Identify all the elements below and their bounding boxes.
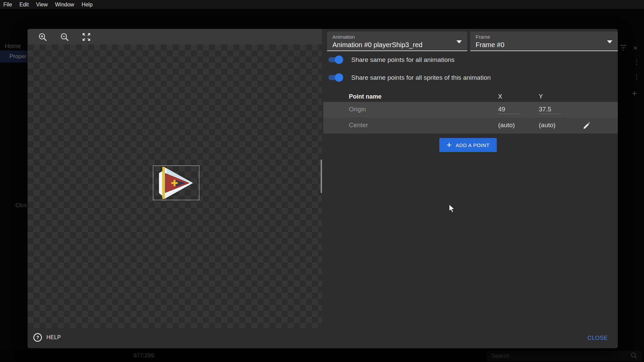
share-points-sprites-toggle[interactable] — [328, 75, 342, 80]
frame-select-value: Frame #0 — [476, 41, 613, 49]
point-x-value: (auto) — [498, 121, 515, 129]
column-x: X — [498, 93, 502, 100]
share-points-sprites-row: Share same points for all sprites of thi… — [327, 73, 491, 82]
close-button[interactable]: CLOSE — [588, 335, 608, 341]
table-row-origin[interactable]: Origin 49 37.5 — [323, 102, 618, 118]
dialog-footer: ? HELP CLOSE — [28, 328, 618, 348]
player-ship-sprite — [153, 166, 199, 200]
share-points-animations-row: Share same points for all animations — [327, 55, 454, 64]
point-y-input[interactable]: 37.5 — [539, 106, 561, 114]
menu-help[interactable]: Help — [82, 2, 93, 8]
menu-window[interactable]: Window — [55, 2, 74, 8]
menu-file[interactable]: File — [3, 2, 12, 8]
toggle-label: Share same points for all animations — [351, 56, 454, 64]
add-a-point-button[interactable]: + ADD A POINT — [439, 138, 497, 152]
point-y-value: (auto) — [539, 121, 556, 129]
points-table-header: Point name X Y — [28, 93, 618, 102]
menu-edit[interactable]: Edit — [19, 2, 29, 8]
edit-point-pencil-icon[interactable] — [582, 121, 591, 130]
edit-points-dialog: Animation Animation #0 playerShip3_red F… — [28, 29, 618, 348]
zoom-out-icon[interactable] — [59, 32, 70, 42]
fit-content-icon[interactable] — [81, 32, 92, 42]
chevron-down-icon — [456, 40, 462, 43]
help-button[interactable]: ? HELP — [33, 333, 61, 342]
menu-view[interactable]: View — [36, 2, 47, 8]
point-name: Center — [349, 121, 368, 129]
canvas-toolbar — [28, 29, 322, 44]
column-y: Y — [539, 93, 543, 100]
point-name: Origin — [349, 106, 366, 113]
menu-bar: File Edit View Window Help — [0, 0, 644, 9]
animation-select-value: Animation #0 playerShip3_red — [332, 41, 462, 49]
toggle-label: Share same points for all sprites of thi… — [351, 74, 491, 81]
mouse-cursor — [449, 204, 455, 214]
svg-text:?: ? — [36, 335, 39, 340]
chevron-down-icon — [607, 40, 612, 43]
canvas-scrollbar[interactable] — [321, 159, 322, 193]
app-window: File Edit View Window Help PREVIEW PUBLI… — [0, 0, 644, 362]
plus-icon: + — [447, 140, 452, 149]
help-icon: ? — [33, 333, 42, 342]
animation-select[interactable]: Animation Animation #0 playerShip3_red — [327, 32, 467, 51]
column-point-name: Point name — [349, 93, 381, 100]
frame-select-label: Frame — [476, 34, 613, 40]
frame-select[interactable]: Frame Frame #0 — [470, 32, 618, 51]
point-x-input[interactable]: 49 — [498, 106, 520, 114]
sprite-canvas[interactable] — [28, 29, 322, 328]
sprite-selection-box[interactable] — [153, 166, 199, 200]
share-points-animations-toggle[interactable] — [328, 57, 342, 62]
zoom-in-icon[interactable] — [37, 32, 48, 42]
table-row-center[interactable]: Center (auto) (auto) — [323, 118, 618, 134]
animation-select-label: Animation — [332, 34, 462, 40]
